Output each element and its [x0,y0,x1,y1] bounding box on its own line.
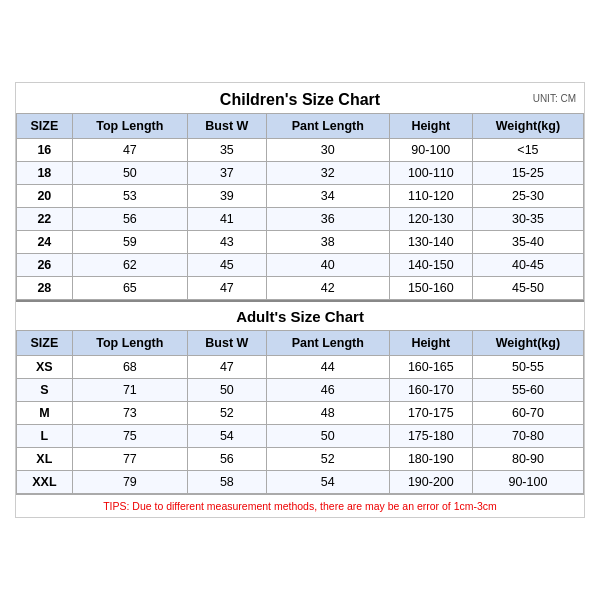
children-col-height: Height [389,114,472,139]
table-row: 26624540140-15040-45 [17,254,584,277]
unit-label: UNIT: CM [533,93,576,104]
children-col-top-length: Top Length [72,114,187,139]
adult-chart-title: Adult's Size Chart [236,308,364,325]
children-col-bust-w: Bust W [187,114,266,139]
children-header-row: SIZE Top Length Bust W Pant Length Heigh… [17,114,584,139]
adult-col-pant-length: Pant Length [266,331,389,356]
table-row: XL775652180-19080-90 [17,448,584,471]
children-chart-title-row: Children's Size Chart UNIT: CM [16,83,584,113]
children-col-size: SIZE [17,114,73,139]
adult-col-top-length: Top Length [72,331,187,356]
children-table-body: 1647353090-100<1518503732100-11015-25205… [17,139,584,300]
children-chart-title: Children's Size Chart [220,91,380,109]
adult-chart-title-row: Adult's Size Chart [16,300,584,330]
tips-row: TIPS: Due to different measurement metho… [16,494,584,517]
table-row: XXL795854190-20090-100 [17,471,584,494]
adult-header-row: SIZE Top Length Bust W Pant Length Heigh… [17,331,584,356]
children-size-table: SIZE Top Length Bust W Pant Length Heigh… [16,113,584,300]
table-row: 22564136120-13030-35 [17,208,584,231]
adult-col-weight: Weight(kg) [472,331,583,356]
table-row: XS684744160-16550-55 [17,356,584,379]
table-row: 24594338130-14035-40 [17,231,584,254]
table-row: 1647353090-100<15 [17,139,584,162]
table-row: 20533934110-12025-30 [17,185,584,208]
children-col-weight: Weight(kg) [472,114,583,139]
size-chart-container: Children's Size Chart UNIT: CM SIZE Top … [15,82,585,518]
table-row: S715046160-17055-60 [17,379,584,402]
adult-col-size: SIZE [17,331,73,356]
table-row: 28654742150-16045-50 [17,277,584,300]
children-col-pant-length: Pant Length [266,114,389,139]
adult-col-bust-w: Bust W [187,331,266,356]
table-row: L755450175-18070-80 [17,425,584,448]
adult-size-table: SIZE Top Length Bust W Pant Length Heigh… [16,330,584,494]
tips-text: TIPS: Due to different measurement metho… [103,500,497,512]
adult-col-height: Height [389,331,472,356]
adult-table-body: XS684744160-16550-55S715046160-17055-60M… [17,356,584,494]
table-row: M735248170-17560-70 [17,402,584,425]
table-row: 18503732100-11015-25 [17,162,584,185]
